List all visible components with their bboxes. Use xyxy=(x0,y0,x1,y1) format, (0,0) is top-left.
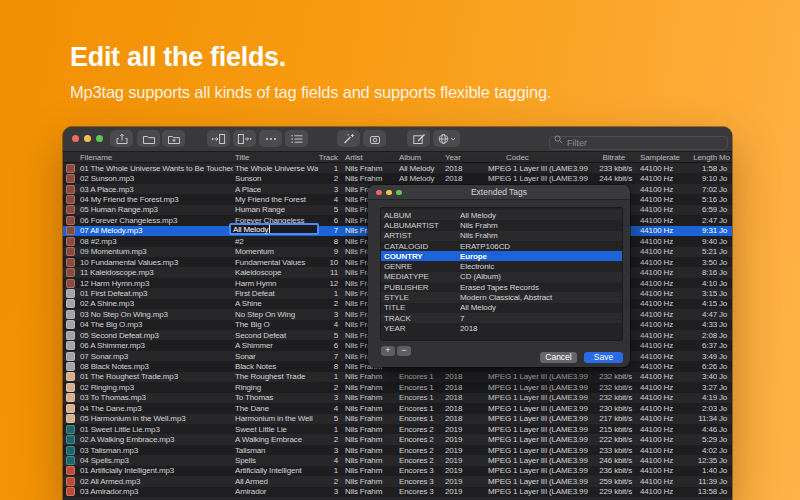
tag-field-row[interactable]: YEAR2018 xyxy=(381,323,622,333)
minimize-button[interactable] xyxy=(84,135,91,142)
column-header-year[interactable]: Year xyxy=(443,153,486,162)
column-header-album[interactable]: Album xyxy=(396,153,443,162)
cell-track: 8 xyxy=(318,237,341,246)
share-button[interactable] xyxy=(110,130,133,147)
table-row[interactable]: 05 Harmonium in the Well.mp3Harmonium in… xyxy=(63,414,732,424)
remove-field-button[interactable]: − xyxy=(397,346,411,356)
table-row[interactable]: 01 Sweet Little Lie.mp3Sweet Little Lie1… xyxy=(63,424,732,434)
cell-filename: 01 Artificially Intelligent.mp3 xyxy=(78,466,233,475)
edit-button[interactable] xyxy=(407,130,430,147)
album-art-cell xyxy=(63,320,78,329)
tag-field-value: Electronic xyxy=(460,262,622,271)
tag-field-row[interactable]: TRACK7 xyxy=(381,313,622,323)
inline-title-editor[interactable]: All Melody xyxy=(229,223,319,235)
inline-editor-text: All Melody xyxy=(233,225,268,234)
album-art-thumbnail xyxy=(66,247,75,256)
tag-panel-button[interactable] xyxy=(285,130,308,147)
tag-field-row[interactable]: TITLEAll Melody xyxy=(381,303,622,313)
remove-tags-button[interactable] xyxy=(259,130,282,147)
table-row[interactable]: 02 A Walking Embrace.mp3A Walking Embrac… xyxy=(63,434,732,444)
tag-field-row[interactable]: STYLEModern Classical, Abstract xyxy=(381,292,622,302)
table-row[interactable]: 01 Artificially Intelligent.mp3Artificia… xyxy=(63,466,732,476)
column-header-samplerate[interactable]: Samplerate xyxy=(633,153,688,162)
cell-track: 3 xyxy=(318,185,341,194)
tag-field-row[interactable]: CATALOGIDERATP106CD xyxy=(381,241,622,251)
cell-filename: 10 Fundamental Values.mp3 xyxy=(78,258,233,267)
table-row[interactable]: 04 The Dane.mp3The Dane4Nils FrahmEncore… xyxy=(63,403,732,413)
album-art-thumbnail xyxy=(66,299,75,308)
table-row[interactable]: 03 Amirador.mp3Amirador3Nils FrahmEncore… xyxy=(63,487,732,497)
cell-codec: MPEG 1 Layer III (LAME3.99r) xyxy=(486,404,588,413)
column-header-bitrate[interactable]: Bitrate xyxy=(588,153,633,162)
remove-tags-icon xyxy=(264,133,278,145)
cell-track: 7 xyxy=(318,226,341,235)
album-art-thumbnail xyxy=(66,414,75,423)
tag-field-label: ALBUM xyxy=(381,211,460,220)
tag-field-row[interactable]: ALBUMARTISTNils Frahm xyxy=(381,220,622,230)
filter-input[interactable] xyxy=(549,136,728,150)
actions-button[interactable] xyxy=(337,130,360,147)
tag-field-row[interactable]: MEDIATYPECD (Album) xyxy=(381,272,622,282)
cell-bitrate: 259 kbit/s xyxy=(588,477,633,486)
cell-mode: Jo xyxy=(717,237,732,246)
table-row[interactable]: 01 The Roughest Trade.mp3The Roughest Tr… xyxy=(63,372,732,382)
close-button[interactable] xyxy=(72,135,79,142)
tag-field-row[interactable]: PUBLISHERErased Tapes Records xyxy=(381,282,622,292)
cell-length: 2:47 xyxy=(688,216,717,225)
wand-icon xyxy=(342,133,356,145)
open-folder-button[interactable] xyxy=(137,130,160,147)
tag-field-row[interactable]: COUNTRYEurope xyxy=(381,251,622,261)
cell-title: A Shimmer xyxy=(233,341,318,350)
cell-samplerate: 44100 Hz xyxy=(633,247,688,256)
column-header-length[interactable]: Length xyxy=(688,153,717,162)
tag-field-row[interactable]: ALBUMAll Melody xyxy=(381,210,622,220)
cell-length: 5:16 xyxy=(688,195,717,204)
cell-filename: 03 To Thomas.mp3 xyxy=(78,393,233,402)
album-art-cell xyxy=(63,487,78,496)
cell-mode: Jo xyxy=(717,393,732,402)
table-row[interactable]: 01 The Whole Universe Wants to Be Touche… xyxy=(63,163,732,173)
table-row[interactable]: 03 To Thomas.mp3To Thomas3Nils FrahmEnco… xyxy=(63,393,732,403)
column-header-codec[interactable]: Codec xyxy=(486,153,588,162)
table-row[interactable]: 02 Sunson.mp3Sunson2Nils FrahmAll Melody… xyxy=(63,173,732,183)
album-art-thumbnail xyxy=(66,341,75,350)
dialog-minimize-button[interactable] xyxy=(386,190,392,196)
new-folder-button[interactable] xyxy=(162,130,185,147)
album-art-thumbnail xyxy=(66,352,75,361)
web-sources-button[interactable] xyxy=(433,130,460,147)
traffic-lights xyxy=(72,135,103,142)
save-tags-button[interactable] xyxy=(207,130,230,147)
album-art-cell xyxy=(63,446,78,455)
folder-plus-icon xyxy=(167,133,181,145)
cell-filename: 02 Ringing.mp3 xyxy=(78,383,233,392)
column-header-mode[interactable]: Mo xyxy=(717,153,732,162)
table-row[interactable]: 02 Ringing.mp3Ringing2Nils FrahmEncores … xyxy=(63,382,732,392)
column-header-filename[interactable]: Filename xyxy=(78,153,233,162)
cell-title: Ringing xyxy=(233,383,318,392)
add-field-button[interactable]: + xyxy=(381,346,395,356)
column-header-title[interactable]: Title xyxy=(233,153,318,162)
dialog-zoom-button[interactable] xyxy=(396,190,402,196)
table-row[interactable]: 04 Spells.mp3Spells4Nils FrahmEncores 22… xyxy=(63,455,732,465)
cell-filename: 09 Momentum.mp3 xyxy=(78,247,233,256)
dialog-close-button[interactable] xyxy=(376,190,382,196)
cancel-button[interactable]: Cancel xyxy=(540,352,577,363)
cell-samplerate: 44100 Hz xyxy=(633,258,688,267)
read-tags-button[interactable] xyxy=(233,130,256,147)
table-row[interactable]: 03 Talisman.mp3Talisman3Nils FrahmEncore… xyxy=(63,445,732,455)
lock-button[interactable] xyxy=(363,130,386,147)
table-row[interactable]: 02 All Armed.mp3All Armed2Nils FrahmEnco… xyxy=(63,476,732,486)
cell-mode: Jo xyxy=(717,435,732,444)
cell-samplerate: 44100 Hz xyxy=(633,320,688,329)
cell-track: 5 xyxy=(318,331,341,340)
album-art-cell xyxy=(63,456,78,465)
cell-year: 2018 xyxy=(443,404,486,413)
cell-album: Encores 1 xyxy=(396,383,443,392)
save-button[interactable]: Save xyxy=(584,352,623,363)
column-header-track[interactable]: Track xyxy=(318,153,341,162)
column-header-artist[interactable]: Artist xyxy=(341,153,396,162)
tag-field-row[interactable]: ARTISTNils Frahm xyxy=(381,231,622,241)
tag-field-row[interactable]: GENREElectronic xyxy=(381,261,622,271)
share-icon xyxy=(115,133,129,145)
zoom-button[interactable] xyxy=(96,135,103,142)
